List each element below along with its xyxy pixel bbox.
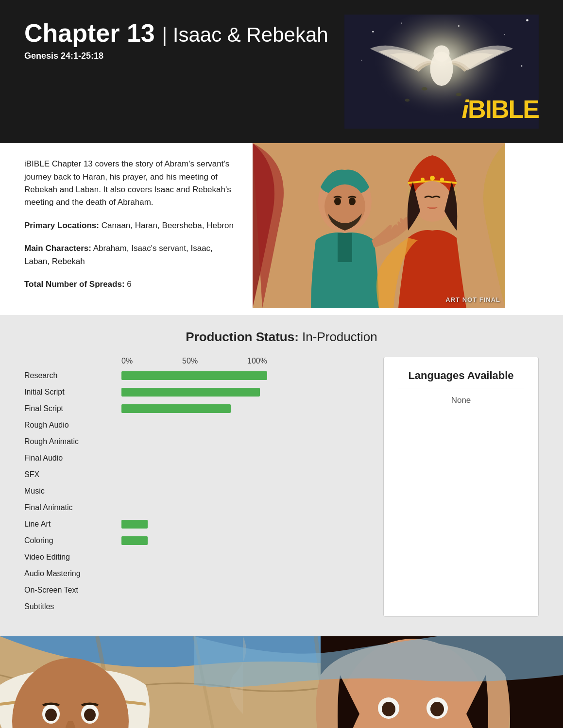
svg-point-1 — [372, 31, 374, 33]
chart-row: Line Art — [24, 518, 369, 530]
chart-bar-container — [121, 437, 267, 446]
chart-row-label: Final Script — [24, 404, 121, 413]
chart-row: Coloring — [24, 534, 369, 547]
chart-row: SFX — [24, 468, 369, 481]
languages-title: Languages Available — [398, 369, 524, 382]
production-title: Production Status: In-Production — [24, 330, 539, 345]
svg-point-23 — [430, 176, 435, 181]
scale-100: 100% — [247, 357, 267, 365]
chart-row-label: Subtitles — [24, 602, 121, 611]
chart-row: Research — [24, 369, 369, 382]
chart-row-label: SFX — [24, 470, 121, 479]
main-characters-label: Main Characters: — [24, 244, 91, 253]
chart-bar-container — [121, 487, 267, 496]
chart-row-label: Final Audio — [24, 454, 121, 463]
chart-row: Music — [24, 485, 369, 497]
production-status-value: In-Production — [302, 330, 377, 344]
chart-row: Initial Script — [24, 386, 369, 398]
total-spreads: Total Number of Spreads: 6 — [24, 278, 238, 291]
scale-0: 0% — [121, 357, 133, 365]
chart-row: Video Editing — [24, 551, 369, 563]
chapter-description: iBIBLE Chapter 13 covers the story of Ab… — [24, 158, 238, 209]
svg-point-6 — [361, 60, 362, 61]
chart-row: Audio Mastering — [24, 567, 369, 580]
chart-row-label: Line Art — [24, 520, 121, 529]
chart-row-label: Video Editing — [24, 553, 121, 562]
chart-row: Final Audio — [24, 452, 369, 464]
genesis-reference: Genesis 24:1-25:18 — [24, 51, 344, 61]
main-characters: Main Characters: Abraham, Isaac's servan… — [24, 242, 238, 268]
chart-row-label: Rough Animatic — [24, 437, 121, 446]
svg-point-30 — [45, 709, 57, 721]
production-chart: 0% 50% 100% ResearchInitial ScriptFinal … — [24, 357, 369, 617]
chart-bar-container — [121, 371, 267, 380]
languages-value: None — [398, 396, 524, 405]
art-not-final-top: ART NOT FINAL — [445, 296, 500, 303]
chart-row-label: Music — [24, 487, 121, 496]
svg-point-10 — [434, 46, 450, 62]
chart-bar-container — [121, 569, 267, 578]
chart-row: Rough Animatic — [24, 435, 369, 448]
logo-bible: BIBLE — [468, 95, 539, 123]
header-right: iBIBLE — [344, 15, 539, 129]
svg-point-32 — [84, 709, 96, 721]
chart-bar-container — [121, 404, 267, 413]
total-spreads-label: Total Number of Spreads: — [24, 280, 125, 289]
characters-svg — [253, 143, 505, 308]
chart-bar — [121, 371, 267, 380]
content-meta: Primary Locations: Canaan, Haran, Beersh… — [24, 219, 238, 291]
page-header: Chapter 13 | Isaac & Rebekah Genesis 24:… — [0, 0, 563, 143]
svg-point-13 — [405, 99, 409, 102]
svg-point-25 — [413, 181, 452, 222]
bottom-illustration: ART NOT FINAL — [0, 636, 563, 728]
chart-row-label: Final Animatic — [24, 503, 121, 512]
chart-row-label: Initial Script — [24, 388, 121, 397]
chart-bar — [121, 536, 148, 545]
chapter-illustration: ART NOT FINAL — [253, 143, 505, 308]
chart-bar-container — [121, 586, 267, 595]
production-content: 0% 50% 100% ResearchInitial ScriptFinal … — [24, 357, 539, 617]
logo-i: i — [462, 95, 468, 123]
content-section: iBIBLE Chapter 13 covers the story of Ab… — [0, 143, 563, 315]
total-spreads-value: 6 — [127, 280, 131, 289]
chart-header: 0% 50% 100% — [121, 357, 369, 365]
production-section: Production Status: In-Production 0% 50% … — [0, 315, 563, 636]
svg-point-38 — [430, 702, 444, 716]
svg-point-11 — [422, 87, 427, 90]
svg-point-18 — [334, 198, 341, 205]
chart-row-label: On-Screen Text — [24, 586, 121, 595]
svg-point-4 — [504, 34, 505, 35]
chart-bar-container — [121, 388, 267, 397]
svg-point-12 — [456, 93, 461, 96]
chapter-title: Chapter 13 | Isaac & Rebekah — [24, 19, 344, 47]
chart-bar-container — [121, 470, 267, 479]
svg-point-17 — [324, 184, 365, 228]
chart-bar — [121, 520, 148, 529]
svg-point-19 — [349, 198, 356, 205]
languages-box: Languages Available None — [383, 357, 539, 617]
chart-rows: ResearchInitial ScriptFinal ScriptRough … — [24, 369, 369, 613]
chart-bar — [121, 404, 231, 413]
production-status-label: Production Status: — [186, 330, 299, 344]
header-left: Chapter 13 | Isaac & Rebekah Genesis 24:… — [24, 15, 344, 61]
chart-row-label: Rough Audio — [24, 421, 121, 430]
svg-point-5 — [526, 19, 529, 21]
chart-row-label: Coloring — [24, 536, 121, 545]
primary-locations-label: Primary Locations: — [24, 221, 99, 230]
chart-bar-container — [121, 503, 267, 512]
chart-bar — [121, 388, 260, 397]
chapter-number: Chapter 13 — [24, 19, 155, 47]
svg-rect-20 — [338, 233, 352, 262]
languages-divider — [398, 388, 524, 388]
chart-row-label: Audio Mastering — [24, 569, 121, 578]
primary-locations: Primary Locations: Canaan, Haran, Beersh… — [24, 219, 238, 232]
chart-row: Subtitles — [24, 600, 369, 613]
chart-row-label: Research — [24, 371, 121, 380]
scale-50: 50% — [182, 357, 198, 365]
chart-row: On-Screen Text — [24, 584, 369, 596]
chart-bar-container — [121, 536, 267, 545]
primary-locations-value: Canaan, Haran, Beersheba, Hebron — [102, 221, 234, 230]
chart-row: Final Script — [24, 402, 369, 415]
chart-bar-container — [121, 602, 267, 611]
content-right: ART NOT FINAL — [253, 143, 505, 315]
